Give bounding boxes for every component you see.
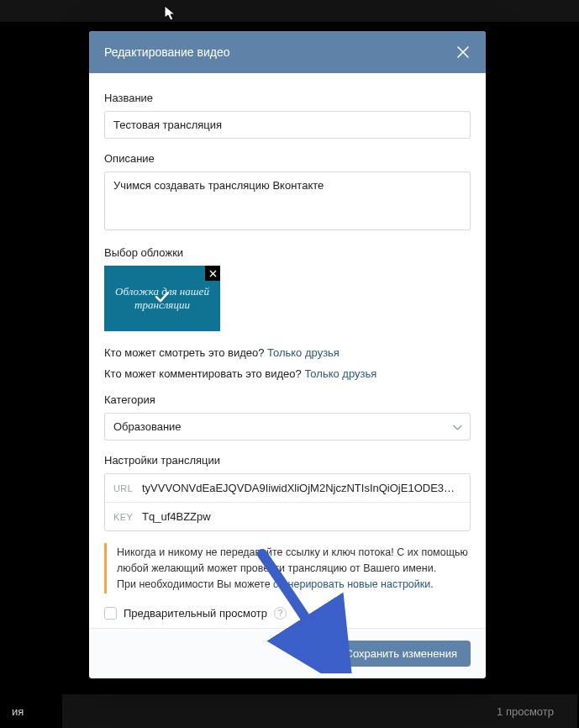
bg-left-text: ия bbox=[12, 705, 24, 718]
privacy-comment-question: Кто может комментировать это видео? bbox=[104, 367, 304, 380]
cover-label: Выбор обложки bbox=[104, 246, 471, 259]
stream-settings-box: URL tyVVVONVdEaEJQVDA9IiwidXliOjM2NjczNT… bbox=[104, 473, 471, 531]
description-textarea[interactable] bbox=[104, 171, 471, 230]
privacy-comment-row: Кто может комментировать это видео? Толь… bbox=[104, 367, 471, 380]
cover-thumbnail[interactable]: Обложка для нашей трансляции bbox=[104, 266, 220, 331]
description-label: Описание bbox=[104, 152, 471, 165]
modal-header: Редактирование видео bbox=[89, 31, 486, 73]
background-footer: ия 1 просмотр bbox=[62, 694, 577, 728]
edit-video-modal: Редактирование видео Название Описание В… bbox=[89, 31, 486, 678]
privacy-view-row: Кто может смотреть это видео? Только дру… bbox=[104, 346, 471, 359]
privacy-comment-link[interactable]: Только друзья bbox=[304, 367, 376, 380]
remove-cover-icon[interactable] bbox=[205, 266, 220, 281]
name-label: Название bbox=[104, 92, 471, 104]
stream-key-value[interactable]: Tq_uf4BZZpw bbox=[142, 510, 211, 523]
stream-label: Настройки трансляции bbox=[104, 454, 471, 467]
stream-key-label: KEY bbox=[113, 512, 142, 522]
warning-line2b: . bbox=[430, 578, 433, 590]
privacy-view-question: Кто может смотреть это видео? bbox=[104, 346, 267, 359]
mouse-cursor-icon bbox=[164, 5, 177, 22]
category-label: Категория bbox=[104, 393, 471, 406]
stream-url-label: URL bbox=[113, 483, 142, 493]
warning-line1: Никогда и никому не передавайте ссылку и… bbox=[117, 546, 468, 574]
save-button[interactable]: Сохранить изменения bbox=[332, 641, 471, 667]
regenerate-link[interactable]: сгенерировать новые настройки bbox=[273, 578, 430, 590]
name-input[interactable] bbox=[104, 111, 471, 139]
preview-checkbox-label: Предварительный просмотр bbox=[124, 607, 267, 620]
stream-url-value[interactable]: tyVVVONVdEaEJQVDA9IiwidXliOjM2NjczNTIsIn… bbox=[142, 482, 461, 494]
category-select[interactable]: Образование bbox=[104, 413, 471, 440]
close-icon[interactable] bbox=[455, 45, 471, 60]
preview-checkbox[interactable] bbox=[104, 607, 117, 620]
modal-title: Редактирование видео bbox=[104, 45, 230, 59]
privacy-view-link[interactable]: Только друзья bbox=[267, 346, 340, 359]
stream-warning: Никогда и никому не передавайте ссылку и… bbox=[104, 543, 471, 593]
help-icon[interactable]: ? bbox=[274, 607, 287, 620]
warning-line2a: При необходимости Вы можете bbox=[117, 578, 273, 590]
check-icon bbox=[154, 288, 171, 309]
bg-right-text: 1 просмотр bbox=[497, 705, 554, 718]
